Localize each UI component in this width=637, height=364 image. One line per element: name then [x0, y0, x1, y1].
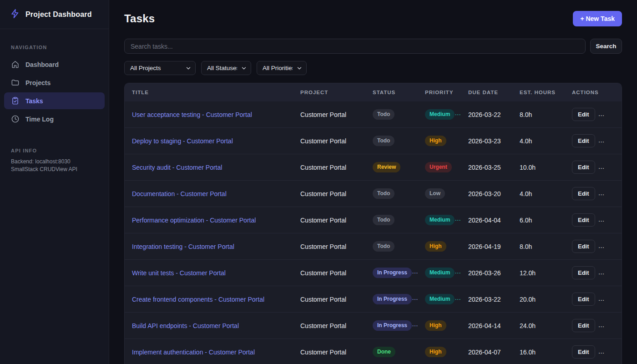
- status-badge: Done: [373, 347, 395, 357]
- table-row: Implement authentication - Customer Port…: [125, 339, 622, 364]
- due-date-cell: 2026-03-25: [461, 154, 512, 181]
- column-header-title: Title: [125, 83, 293, 101]
- edit-button[interactable]: Edit: [572, 293, 595, 306]
- est-hours-cell: 10.0h: [512, 154, 565, 181]
- task-title-link[interactable]: Create frontend components - Customer Po…: [132, 296, 264, 303]
- tasks-table: Title Project Status Priority Due Date E…: [125, 83, 622, 364]
- priority-badge: Medium: [425, 268, 455, 278]
- priority-filter-select[interactable]: All Priorities: [257, 61, 307, 75]
- task-title-link[interactable]: Implement authentication - Customer Port…: [132, 349, 255, 356]
- est-hours-cell: 8.0h: [512, 233, 565, 260]
- sidebar-item-dashboard[interactable]: Dashboard: [4, 56, 105, 73]
- status-badge: In Progress: [373, 268, 412, 278]
- project-cell: Customer Portal: [293, 233, 365, 260]
- due-date-cell: 2026-03-22: [461, 101, 512, 128]
- task-title-link[interactable]: Performance optimization - Customer Port…: [132, 217, 256, 224]
- task-title-link[interactable]: Documentation - Customer Portal: [132, 190, 227, 197]
- priority-badge: High: [425, 241, 446, 251]
- status-badge: Todo: [373, 136, 394, 146]
- main-content: Tasks + New Task Search All Projects All…: [109, 0, 637, 364]
- edit-button[interactable]: Edit: [572, 187, 595, 200]
- edit-button[interactable]: Edit: [572, 161, 595, 174]
- edit-button[interactable]: Edit: [572, 266, 595, 279]
- api-backend-line: Backend: localhost:8030: [11, 158, 98, 166]
- sidebar-item-projects[interactable]: Projects: [4, 74, 105, 91]
- sidebar-nav: DashboardProjectsTasksTime Log: [0, 55, 109, 129]
- priority-badge: High: [425, 136, 446, 146]
- clock-icon: [11, 115, 20, 123]
- edit-button[interactable]: Edit: [572, 134, 595, 147]
- task-title-link[interactable]: Integration testing - Customer Portal: [132, 243, 234, 250]
- est-hours-cell: 20.0h: [512, 286, 565, 313]
- est-hours-cell: 6.0h: [512, 207, 565, 233]
- table-header: Title Project Status Priority Due Date E…: [125, 83, 622, 101]
- app-title: Project Dashboard: [25, 10, 92, 19]
- table-row: Performance optimization - Customer Port…: [125, 207, 622, 233]
- sidebar-item-tasks[interactable]: Tasks: [4, 92, 105, 109]
- column-header-est-hours: Est. Hours: [512, 83, 565, 101]
- due-date-cell: 2026-03-23: [461, 128, 512, 154]
- edit-button[interactable]: Edit: [572, 319, 595, 332]
- app-logo-row: Project Dashboard: [0, 0, 109, 29]
- status-badge: Todo: [373, 215, 394, 225]
- table-row: Documentation - Customer PortalCustomer …: [125, 181, 622, 207]
- search-input[interactable]: [124, 39, 586, 54]
- sidebar-item-label: Tasks: [25, 97, 43, 105]
- sidebar-item-label: Time Log: [25, 116, 54, 123]
- tasks-table-card: Title Project Status Priority Due Date E…: [124, 83, 622, 364]
- priority-badge: Medium: [425, 294, 455, 304]
- project-cell: Customer Portal: [293, 101, 365, 128]
- task-table-body: User acceptance testing - Customer Porta…: [125, 101, 622, 364]
- status-filter-select[interactable]: All Statuses: [201, 61, 251, 75]
- project-cell: Customer Portal: [293, 181, 365, 207]
- task-title-link[interactable]: Write unit tests - Customer Portal: [132, 269, 226, 277]
- task-title-link[interactable]: Build API endpoints - Customer Portal: [132, 322, 239, 329]
- due-date-cell: 2026-04-04: [461, 207, 512, 233]
- est-hours-cell: 4.0h: [512, 128, 565, 154]
- edit-button[interactable]: Edit: [572, 108, 595, 121]
- api-name-line: SmallStack CRUDView API: [11, 166, 98, 173]
- project-cell: Customer Portal: [293, 339, 365, 364]
- home-icon: [11, 60, 20, 69]
- project-cell: Customer Portal: [293, 207, 365, 233]
- due-date-cell: 2026-03-22: [461, 286, 512, 313]
- task-title-link[interactable]: Security audit - Customer Portal: [132, 164, 222, 171]
- priority-badge: High: [425, 347, 446, 357]
- status-badge: Todo: [373, 241, 394, 251]
- status-badge: Todo: [373, 188, 394, 198]
- due-date-cell: 2026-04-14: [461, 313, 512, 339]
- status-badge: Todo: [373, 109, 394, 119]
- table-row: Build API endpoints - Customer PortalCus…: [125, 313, 622, 339]
- search-button[interactable]: Search: [590, 39, 622, 54]
- status-badge: In Progress: [373, 320, 412, 330]
- table-row: Create frontend components - Customer Po…: [125, 286, 622, 313]
- column-header-status: Status: [365, 83, 418, 101]
- column-header-due-date: Due Date: [461, 83, 512, 101]
- due-date-cell: 2026-03-20: [461, 181, 512, 207]
- priority-badge: High: [425, 320, 446, 330]
- sidebar: Project Dashboard NAVIGATION DashboardPr…: [0, 0, 109, 364]
- project-filter-wrap: All Projects: [124, 61, 196, 75]
- priority-badge: Medium: [425, 215, 455, 225]
- edit-button[interactable]: Edit: [572, 345, 595, 359]
- sidebar-item-label: Projects: [25, 79, 51, 86]
- project-cell: Customer Portal: [293, 154, 365, 181]
- search-bar: Search: [124, 39, 622, 54]
- sidebar-item-time-log[interactable]: Time Log: [4, 111, 105, 127]
- task-title-link[interactable]: User acceptance testing - Customer Porta…: [132, 111, 252, 118]
- project-filter-select[interactable]: All Projects: [124, 61, 196, 75]
- api-info-label: API INFO: [11, 148, 98, 153]
- new-task-button[interactable]: + New Task: [573, 11, 622, 26]
- est-hours-cell: 4.0h: [512, 181, 565, 207]
- priority-badge: Urgent: [425, 162, 452, 172]
- est-hours-cell: 16.0h: [512, 339, 565, 364]
- est-hours-cell: 8.0h: [512, 101, 565, 128]
- table-row: Integration testing - Customer PortalCus…: [125, 233, 622, 260]
- project-cell: Customer Portal: [293, 128, 365, 154]
- page-title: Tasks: [124, 12, 155, 25]
- nav-section-label: NAVIGATION: [11, 45, 98, 50]
- edit-button[interactable]: Edit: [572, 240, 595, 253]
- edit-button[interactable]: Edit: [572, 213, 595, 227]
- column-header-project: Project: [293, 83, 365, 101]
- task-title-link[interactable]: Deploy to staging - Customer Portal: [132, 137, 233, 145]
